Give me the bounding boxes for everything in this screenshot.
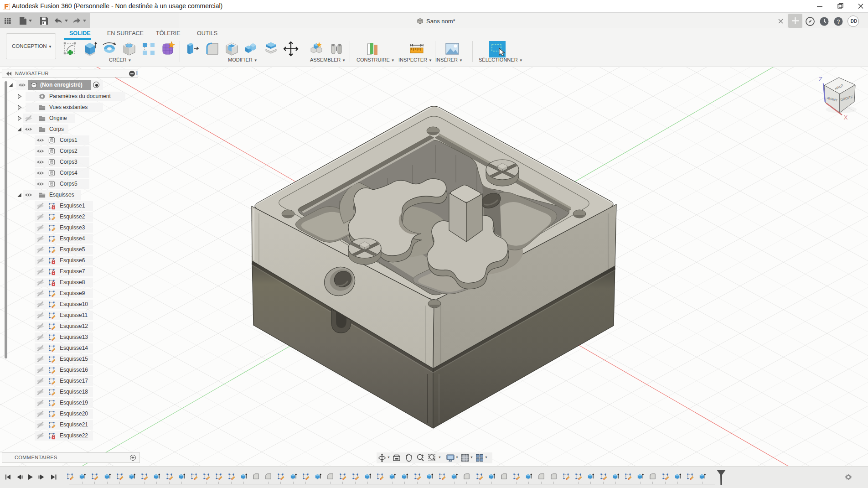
svg-text:Z: Z xyxy=(819,76,822,83)
svg-text:X: X xyxy=(844,114,848,121)
svg-text:?: ? xyxy=(837,19,840,25)
